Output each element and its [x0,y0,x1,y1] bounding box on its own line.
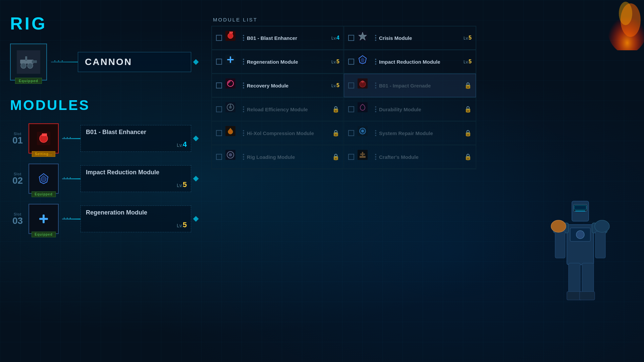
cannon-equipped-badge: Equipped [15,78,42,84]
slot-icon-03: Equipped [29,204,59,234]
svg-point-15 [228,33,233,39]
module-level-2-0: Lv.5 [331,82,339,88]
module-name-4-1: System Repair Module [379,130,462,136]
svg-rect-33 [358,102,368,112]
module-cell-3-1[interactable]: Durability Module 🔒 [344,98,476,121]
module-checkbox-3-0[interactable] [216,106,222,112]
module-dots-5-1 [375,154,376,160]
module-row-0: B01 - Blast Enhancer Lv.4 Crisis Module … [212,26,476,50]
module-icon-1-0 [225,54,240,69]
module-name-3-0: Reload Efficiency Module [247,107,329,112]
slot-item-02[interactable]: Slot 02 Equipped Impact Reduction Module… [10,164,198,194]
module-cell-1-0[interactable]: Regeneration Module Lv.5 [212,50,344,73]
module-icon-5-0 [225,149,240,165]
module-name-4-0: Hi-Xol Compression Module [247,130,329,136]
slot-info-02: Impact Reduction Module Lv.5 [80,165,191,192]
module-cell-4-1[interactable]: System Repair Module 🔒 [344,121,476,145]
module-dots-1-1 [375,59,376,65]
module-dots-0-0 [243,35,244,41]
module-checkbox-1-0[interactable] [216,59,222,65]
module-cell-3-0[interactable]: Reload Efficiency Module 🔒 [212,98,344,121]
character-panel [517,168,644,362]
module-checkbox-2-1[interactable] [348,82,354,88]
svg-rect-59 [569,263,580,293]
module-checkbox-0-1[interactable] [348,35,354,41]
module-name-1-1: Impact Reduction Module [379,59,461,65]
module-icon-3-1 [357,102,372,117]
module-dots-1-0 [243,59,244,65]
module-list-container: B01 - Blast Enhancer Lv.4 Crisis Module … [211,26,476,169]
slot-level-03: Lv.5 [177,221,187,229]
module-checkbox-3-1[interactable] [348,106,354,112]
slot-connector-02 [193,176,199,182]
svg-rect-16 [229,32,230,34]
module-cell-4-0[interactable]: Hi-Xol Compression Module 🔒 [212,121,344,145]
slot-label-02: Slot 02 [10,172,25,185]
module-checkbox-5-0[interactable] [216,154,222,160]
module-level-1-1: Lv.5 [464,59,472,65]
lock-icon-2-1: 🔒 [464,82,472,89]
module-checkbox-5-1[interactable] [348,154,354,160]
module-checkbox-4-0[interactable] [216,130,222,136]
svg-rect-57 [555,231,565,258]
slot-item-03[interactable]: Slot 03 Equipped Regeneration Module Lv.… [10,204,198,234]
svg-rect-22 [227,59,234,60]
module-dots-2-0 [243,82,244,88]
module-name-2-0: Recovery Module [247,83,329,88]
module-cell-5-0[interactable]: Rig Loading Module 🔒 [212,145,344,169]
svg-rect-65 [575,210,585,212]
svg-point-50 [576,231,584,239]
lock-icon-5-0: 🔒 [332,153,339,161]
svg-point-64 [595,220,609,232]
module-dots-0-1 [375,35,376,41]
cannon-section: Equipped CANNON [10,44,198,80]
lock-icon-4-0: 🔒 [332,129,339,137]
slot-connector-03 [193,216,199,222]
module-name-5-1: Crafter's Module [379,154,462,160]
module-checkbox-0-0[interactable] [216,35,222,41]
module-icon-0-0 [225,30,240,46]
module-icon-4-1 [357,125,372,141]
module-icon-1-1 [357,54,372,69]
svg-rect-44 [360,154,365,155]
svg-rect-8 [44,133,45,136]
module-level-1-0: Lv.5 [331,59,339,65]
module-name-5-0: Rig Loading Module [247,154,329,160]
svg-rect-13 [39,218,48,220]
module-icon-4-0 [225,125,240,141]
module-dots-4-1 [375,130,376,136]
module-cell-0-1[interactable]: Crisis Module Lv.5 [344,26,476,50]
module-dots-5-0 [243,154,244,160]
svg-point-2 [21,63,26,68]
slot-level-02: Lv.5 [177,180,187,189]
modules-title: MODULES [10,97,198,113]
fire-effect [577,0,644,50]
svg-rect-32 [230,104,231,107]
svg-rect-60 [582,263,594,293]
svg-rect-9 [45,133,47,136]
module-icon-0-1 [357,30,372,46]
connector-diamond [193,59,199,65]
module-row-4: Hi-Xol Compression Module 🔒 System Repai… [212,121,476,145]
slot-label-01: Slot 01 [10,132,25,145]
slot-item-01[interactable]: Slot 01 Setting... B01 - Blast Enhancer … [10,123,198,154]
module-cell-1-1[interactable]: Impact Reduction Module Lv.5 [344,50,476,73]
svg-point-37 [361,130,364,132]
module-checkbox-4-1[interactable] [348,130,354,136]
svg-rect-54 [575,206,586,209]
svg-point-47 [619,2,632,25]
module-cell-2-1[interactable]: B01 - Impact Grenade 🔒 [344,74,476,97]
module-checkbox-2-0[interactable] [216,82,222,88]
cannon-icon-box: Equipped [10,44,47,80]
module-cell-2-0[interactable]: Recovery Module Lv.5 [212,74,344,97]
cannon-name: CANNON [85,57,132,67]
module-cell-5-1[interactable]: Crafter's Module 🔒 [344,145,476,169]
module-dots-2-1 [375,82,376,88]
svg-rect-7 [42,133,44,136]
module-name-0-1: Crisis Module [379,35,461,41]
module-checkbox-1-1[interactable] [348,59,354,65]
module-icon-2-1 [357,78,372,93]
module-dots-3-1 [375,106,376,112]
module-list-header: MODULE LIST [211,17,476,22]
module-cell-0-0[interactable]: B01 - Blast Enhancer Lv.4 [212,26,344,50]
